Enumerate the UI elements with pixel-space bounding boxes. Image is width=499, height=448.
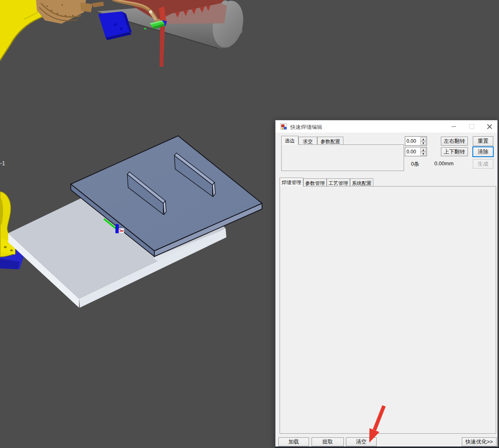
reset-button[interactable]: 重置 [473,136,493,146]
dialog-titlebar[interactable]: 快速焊缝编辑 [275,120,497,133]
tab-system-config[interactable]: 系统配置 [350,178,373,187]
quick-weld-edit-dialog: 快速焊缝编辑 选边 求交 参数配置 边 过孔距离 最小长度 左右翻转 重置 上下… [275,120,498,447]
app-icon [280,123,287,130]
empty-button[interactable]: 清空 [346,437,377,446]
tab-param-config[interactable]: 参数配置 [317,137,343,145]
stepper-down-icon[interactable] [420,152,426,156]
quick-optimize-button[interactable]: 快速优化>> [462,437,497,446]
close-button[interactable] [483,122,496,131]
seam-manage-panel [280,186,496,434]
minimize-button[interactable] [447,122,460,131]
tab-process-manage[interactable]: 工艺管理 [327,178,350,187]
seam-count: 0条 [411,160,419,168]
tab-seam-manage[interactable]: 焊缝管理 [280,178,303,187]
dialog-title: 快速焊缝编辑 [290,124,322,131]
load-button[interactable]: 加载 [278,437,309,446]
offset-top-value[interactable] [405,137,420,145]
offset-bottom-stepper[interactable] [405,147,427,156]
select-edge-panel [281,144,404,171]
extract-button[interactable]: 提取 [312,437,344,446]
flip-lr-button[interactable]: 左右翻转 [441,137,468,146]
stepper-down-icon[interactable] [420,141,426,145]
minimize-icon [452,126,456,127]
tab-param-manage[interactable]: 参数管理 [303,178,327,187]
seam-length: 0.00mm [434,160,454,167]
robot-wrist [36,0,104,24]
generate-button[interactable]: 生成 [473,159,493,169]
close-icon [487,124,492,129]
maximize-icon [469,124,474,129]
stepper-up-icon[interactable] [420,148,426,152]
flip-ud-button[interactable]: 上下翻转 [441,147,468,156]
viewport-partial-label: -1 [0,160,5,167]
tab-select-edge[interactable]: 选边 [281,136,298,145]
tab-intersect[interactable]: 求交 [298,137,317,145]
stepper-up-icon[interactable] [420,137,426,141]
offset-top-stepper[interactable] [405,136,427,146]
clear-button[interactable]: 清除 [472,146,494,157]
maximize-button[interactable] [465,122,478,131]
offset-bottom-value[interactable] [405,147,420,156]
